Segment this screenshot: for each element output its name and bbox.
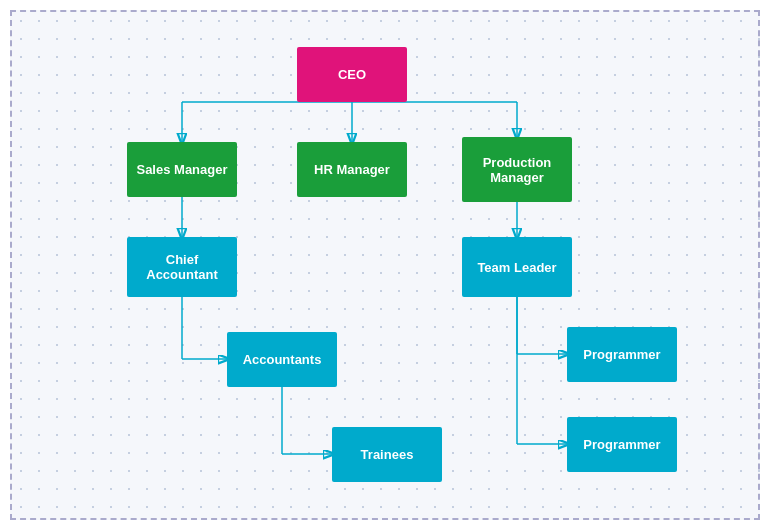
org-chart-canvas: CEO Sales Manager HR Manager Production … <box>10 10 760 520</box>
production-manager-node: Production Manager <box>462 137 572 202</box>
accountants-node: Accountants <box>227 332 337 387</box>
sales-manager-node: Sales Manager <box>127 142 237 197</box>
team-leader-node: Team Leader <box>462 237 572 297</box>
programmer2-node: Programmer <box>567 417 677 472</box>
programmer1-node: Programmer <box>567 327 677 382</box>
hr-manager-node: HR Manager <box>297 142 407 197</box>
chief-accountant-node: Chief Accountant <box>127 237 237 297</box>
trainees-node: Trainees <box>332 427 442 482</box>
ceo-node: CEO <box>297 47 407 102</box>
